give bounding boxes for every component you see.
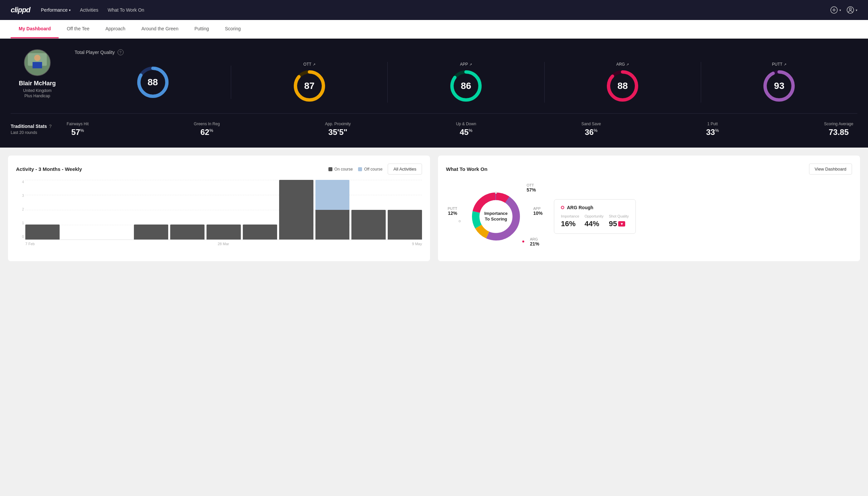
bar-on <box>134 224 168 239</box>
arg-trend-icon: ↗ <box>626 63 629 66</box>
stat-greens-in-reg: Greens In Reg 62% <box>190 122 224 137</box>
nav-links: Performance ▾ Activities What To Work On <box>41 7 819 13</box>
svg-rect-8 <box>33 62 42 68</box>
bar-group <box>206 180 241 239</box>
putt-trend-icon: ↗ <box>784 63 786 66</box>
sub-nav: My Dashboard Off the Tee Approach Around… <box>0 20 868 38</box>
arg-dot-indicator <box>561 206 564 209</box>
nav-right: ▾ ▾ <box>830 6 857 14</box>
svg-point-7 <box>34 55 41 61</box>
score-arg: ARG ↗ 88 <box>545 62 701 103</box>
ott-indicator-dot <box>495 192 497 194</box>
ott-label: OTT 57% <box>526 183 536 192</box>
score-total-value: 88 <box>147 77 158 88</box>
stat-scoring-avg: Scoring Average 73.85 <box>820 122 857 137</box>
score-app-value: 86 <box>461 81 471 91</box>
quality-section: Total Player Quality ? 88 <box>75 49 857 103</box>
bar-on <box>388 210 422 240</box>
bar-group <box>315 180 350 239</box>
sub-nav-scoring[interactable]: Scoring <box>217 20 249 38</box>
score-arg-value: 88 <box>617 81 628 91</box>
opportunity-metric: Opportunity 44% <box>585 214 603 228</box>
app-label: APP 10% <box>533 206 542 216</box>
bar-on <box>25 224 60 239</box>
nav-what-to-work-on[interactable]: What To Work On <box>108 7 144 13</box>
stat-up-down: Up & Down 45% <box>452 122 480 137</box>
activity-legend: On course Off course <box>328 167 383 172</box>
stat-sand-save: Sand Save 36% <box>577 122 605 137</box>
score-putt-value: 93 <box>774 81 784 91</box>
arg-info-card: ARG Rough Importance 16% Opportunity 44% <box>554 199 636 234</box>
user-menu-button[interactable]: ▾ <box>846 6 857 14</box>
arg-donut-label: ARG 21% <box>530 237 539 247</box>
stats-help-icon[interactable]: ? <box>49 124 52 129</box>
logo-text: clippd <box>11 6 30 14</box>
scores-row: 88 OTT ↗ 87 <box>75 62 857 103</box>
info-metrics: Importance 16% Opportunity 44% Shot Qual… <box>561 214 629 228</box>
on-course-dot <box>328 167 332 171</box>
player-handicap: Plus Handicap <box>24 94 50 98</box>
bar-group <box>62 180 96 239</box>
player-country: United Kingdom <box>23 88 51 93</box>
sub-nav-around-the-green[interactable]: Around the Green <box>133 20 186 38</box>
quality-title: Total Player Quality ? <box>75 49 857 55</box>
bar-group <box>243 180 277 239</box>
what-to-work-on-card: What To Work On View Dashboard OTT 57% A… <box>438 156 860 261</box>
hero-section: Blair McHarg United Kingdom Plus Handica… <box>0 38 868 148</box>
bar-group <box>134 180 168 239</box>
nav-performance[interactable]: Performance ▾ <box>41 7 70 13</box>
what-to-work-on-title: What To Work On <box>446 166 487 172</box>
stats-title: Traditional Stats ? <box>11 124 57 129</box>
down-badge: ▼ <box>618 221 625 227</box>
sub-nav-my-dashboard[interactable]: My Dashboard <box>11 20 59 38</box>
player-info: Blair McHarg United Kingdom Plus Handica… <box>11 49 64 98</box>
bar-on <box>206 224 241 239</box>
ring-ott: 87 <box>293 69 326 103</box>
stats-subtitle: Last 20 rounds <box>11 130 57 135</box>
bar-on <box>243 224 277 239</box>
donut-chart-area: OTT 57% APP 10% ARG 21% PUTT 12% <box>446 180 546 253</box>
bar-group <box>351 180 386 239</box>
nav-activities[interactable]: Activities <box>80 7 98 13</box>
importance-metric: Importance 16% <box>561 214 579 228</box>
traditional-stats: Traditional Stats ? Last 20 rounds Fairw… <box>11 113 857 137</box>
player-name: Blair McHarg <box>19 80 56 87</box>
view-dashboard-button[interactable]: View Dashboard <box>809 164 852 174</box>
shot-quality-metric: Shot Quality 95 ▼ <box>609 214 629 228</box>
help-icon[interactable]: ? <box>117 49 124 55</box>
bar-on <box>279 180 313 239</box>
score-total: 88 <box>75 66 231 99</box>
arg-indicator-dot <box>522 241 524 243</box>
add-button[interactable]: ▾ <box>830 6 841 14</box>
bars-container <box>25 180 422 240</box>
score-app: APP ↗ 86 <box>388 62 544 103</box>
activity-card: Activity - 3 Months - Weekly On course O… <box>8 156 430 261</box>
donut-svg-wrapper: Importance To Scoring <box>469 190 523 243</box>
score-ott: OTT ↗ 87 <box>231 62 388 103</box>
bar-chart: 4 3 2 1 0 <box>16 180 422 253</box>
all-activities-button[interactable]: All Activities <box>388 164 422 174</box>
sub-nav-approach[interactable]: Approach <box>97 20 133 38</box>
ring-arg: 88 <box>606 69 639 103</box>
bar-group <box>279 180 313 239</box>
donut-section: OTT 57% APP 10% ARG 21% PUTT 12% <box>446 180 852 253</box>
stat-app-proximity: App. Proximity 35'5" <box>321 122 355 137</box>
bar-group <box>98 180 132 239</box>
top-nav: clippd Performance ▾ Activities What To … <box>0 0 868 20</box>
stat-one-putt: 1 Putt 33% <box>702 122 723 137</box>
legend-on-course: On course <box>328 167 353 172</box>
cards-row: Activity - 3 Months - Weekly On course O… <box>0 148 868 269</box>
bar-on <box>170 224 205 239</box>
activity-card-header: Activity - 3 Months - Weekly On course O… <box>16 164 422 174</box>
logo[interactable]: clippd <box>11 6 30 14</box>
stat-fairways-hit: Fairways Hit 57% <box>63 122 93 137</box>
sub-nav-off-the-tee[interactable]: Off the Tee <box>59 20 97 38</box>
what-to-work-on-header: What To Work On View Dashboard <box>446 164 852 174</box>
bar-group <box>388 180 422 239</box>
activity-card-title: Activity - 3 Months - Weekly <box>16 166 82 172</box>
bar-group <box>25 180 60 239</box>
off-course-dot <box>358 167 362 171</box>
putt-donut-label: PUTT 12% <box>448 206 457 216</box>
sub-nav-putting[interactable]: Putting <box>187 20 217 38</box>
hero-top: Blair McHarg United Kingdom Plus Handica… <box>11 49 857 113</box>
